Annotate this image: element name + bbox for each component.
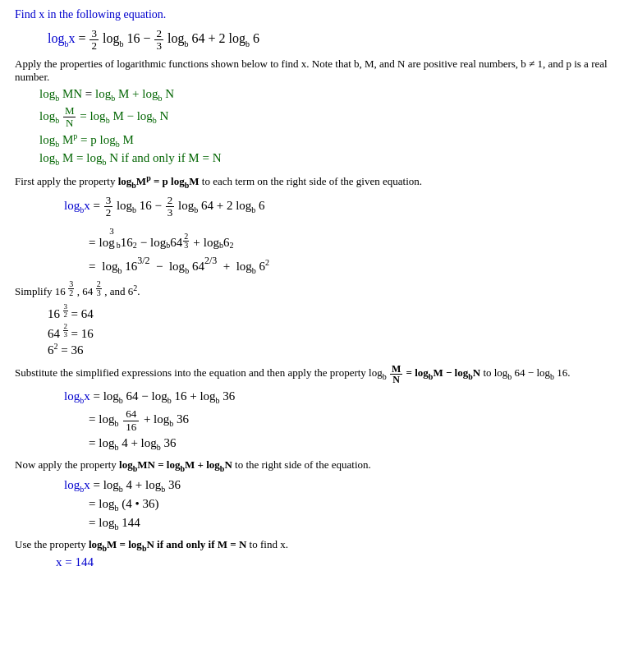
sub-eq2: = logb 64 16 + logb 36 — [89, 408, 609, 433]
sub-eq3: = logb 4 + logb 36 — [89, 436, 609, 452]
step1-eq2: = 3 log b 162 − logb 64 2 3 + logb 62 — [89, 226, 609, 250]
properties-intro: Apply the properties of logarithmic func… — [15, 58, 609, 84]
apply-mn-eq1: logbx = logb 4 + logb 36 — [64, 478, 609, 494]
simplify-eq3: 62 = 36 — [48, 342, 609, 357]
apply-mn-note: Now apply the property logbMN = logbM + … — [15, 458, 609, 473]
property-1: logb MN = logb M + logb N — [39, 87, 609, 103]
main-equation: logbx = 3 2 logb 16 − 2 3 logb 64 + 2 lo… — [48, 28, 609, 53]
step1-eq2-rendered: = logb 163/2 − logb 642/3 + logb 62 — [89, 256, 609, 275]
problem-statement: Find x in the following equation. — [15, 8, 609, 21]
sub-eq1: logbx = logb 64 − logb 16 + logb 36 — [64, 389, 609, 405]
use-property-note: Use the property logbM = logbN if and on… — [15, 538, 609, 553]
property-2: logb M N = logb M − logb N — [39, 105, 609, 130]
step1-intro: First apply the property logbMp = p logb… — [15, 173, 609, 190]
apply-mn-eq2: = logb (4 • 36) — [89, 497, 609, 513]
property-3: logb Mp = p logb M — [39, 131, 609, 149]
simplify-eq1: 16 3 2 = 64 — [48, 303, 609, 321]
property-4: logb M = logb N if and only if M = N — [39, 151, 609, 167]
substitute-note: Substitute the simplified expressions in… — [15, 364, 609, 384]
simplify-eq2: 64 2 3 = 16 — [48, 323, 609, 341]
apply-mn-eq3: = logb 144 — [89, 516, 609, 532]
simplify-note: Simplify 16 3 2 , 64 2 3 , and 62. — [15, 280, 609, 298]
step1-eq1: logbx = 3 2 logb 16 − 2 3 logb 64 + 2 lo… — [64, 195, 609, 219]
final-answer: x = 144 — [56, 555, 609, 569]
